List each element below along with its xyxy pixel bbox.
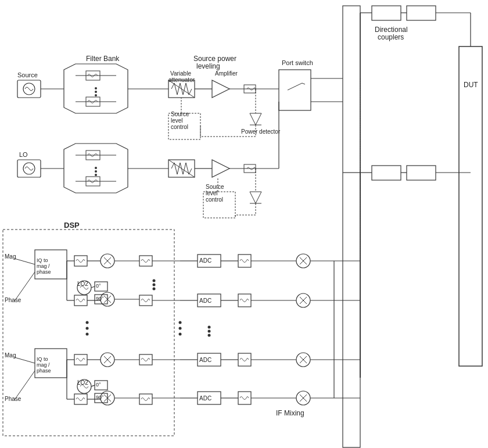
diagram-container: Source Filter Bank Source power leveling… xyxy=(0,0,488,448)
iq-to-mag-phase-2-label: IQ to xyxy=(37,356,48,362)
svg-point-183 xyxy=(153,279,156,282)
svg-text:attenuator: attenuator xyxy=(168,77,195,83)
svg-point-10 xyxy=(95,91,97,93)
ninety-deg-2-label: 90° xyxy=(96,395,104,400)
svg-text:leveling: leveling xyxy=(196,62,220,70)
svg-point-127 xyxy=(179,327,182,330)
svg-point-9 xyxy=(95,87,97,89)
source-level-control-1-label: Source xyxy=(171,111,189,117)
svg-text:mag /: mag / xyxy=(37,362,50,368)
lo-label: LO xyxy=(19,151,28,158)
variable-attenuator-label: Variable xyxy=(170,70,191,77)
ninety-deg-1-label: 90° xyxy=(96,296,104,302)
lo2-2-label: LO2 xyxy=(77,379,88,386)
svg-text:level: level xyxy=(171,117,183,124)
svg-text:control: control xyxy=(206,196,223,203)
svg-text:phase: phase xyxy=(37,368,51,374)
if-mixing-label: IF Mixing xyxy=(276,409,304,417)
adc-4-label: ADC xyxy=(199,395,211,402)
svg-point-98 xyxy=(86,327,89,330)
svg-point-184 xyxy=(153,284,156,286)
svg-point-126 xyxy=(179,321,182,324)
port-switch-label: Port switch xyxy=(282,59,313,66)
power-detector-label: Power detector xyxy=(241,128,281,135)
adc-1-label: ADC xyxy=(199,257,211,264)
amplifier-label: Amplifier xyxy=(215,70,238,77)
svg-point-186 xyxy=(208,326,211,329)
lo2-1-label: LO2 xyxy=(77,281,88,287)
mag-1-label: Mag xyxy=(5,253,16,260)
svg-point-57 xyxy=(95,174,97,176)
svg-point-187 xyxy=(208,330,211,333)
adc-2-label: ADC xyxy=(199,298,211,304)
iq-to-mag-phase-1-label: IQ to xyxy=(37,257,48,263)
svg-point-128 xyxy=(179,333,182,336)
directional-couplers-label: Directional xyxy=(375,26,408,34)
svg-text:control: control xyxy=(171,124,188,130)
svg-point-99 xyxy=(86,333,89,336)
source-level-control-2-label: Source xyxy=(206,184,224,190)
zero-deg-1-label: 0° xyxy=(96,283,101,289)
source-label: Source xyxy=(17,71,38,78)
svg-point-11 xyxy=(95,94,97,96)
phase-1-label: Phase xyxy=(5,297,21,303)
svg-text:mag /: mag / xyxy=(37,263,50,269)
svg-point-185 xyxy=(153,288,156,291)
zero-deg-2-label: 0° xyxy=(96,382,101,388)
mag-2-label: Mag xyxy=(5,352,16,359)
svg-point-56 xyxy=(95,170,97,173)
source-power-leveling-label: Source power xyxy=(193,55,236,63)
svg-text:phase: phase xyxy=(37,269,51,275)
svg-text:level: level xyxy=(206,190,218,196)
adc-3-label: ADC xyxy=(199,357,211,363)
dsp-label: DSP xyxy=(64,221,80,230)
svg-point-55 xyxy=(95,167,97,169)
svg-point-188 xyxy=(208,334,211,337)
filter-bank-label: Filter Bank xyxy=(86,55,120,63)
dut-label: DUT xyxy=(464,81,478,89)
svg-text:couplers: couplers xyxy=(378,33,404,41)
phase-2-label: Phase xyxy=(5,396,21,402)
svg-point-97 xyxy=(86,321,89,324)
